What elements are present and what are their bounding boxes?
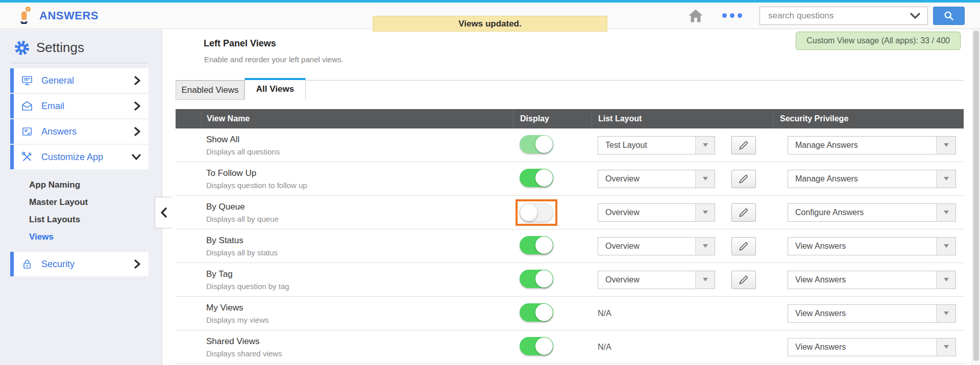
sidebar-title: Settings	[36, 40, 84, 56]
view-name: My Views	[206, 303, 513, 313]
home-button[interactable]	[687, 7, 705, 24]
search-input[interactable]	[760, 11, 903, 21]
table-row: Shared Views Displays shared views N/A V…	[176, 330, 964, 364]
security-privilege-value: Manage Answers	[788, 174, 858, 184]
edit-layout-button[interactable]	[731, 203, 756, 222]
page-subtitle: Enable and reorder your left panel views…	[204, 55, 344, 64]
vertical-scrollbar[interactable]	[972, 29, 980, 365]
list-layout-value: Overview	[598, 242, 640, 251]
edit-layout-button[interactable]	[731, 271, 756, 289]
security-privilege-value: View Answers	[788, 275, 846, 284]
dropdown-arrow-icon[interactable]	[936, 238, 955, 255]
sidebar-subitem-master-layout[interactable]: Master Layout	[29, 194, 162, 211]
sidebar-subitem-app-naming[interactable]: App Naming	[29, 176, 162, 194]
chevron-down-icon	[131, 153, 141, 161]
security-privilege-value: View Answers	[788, 343, 846, 352]
search-scope-dropdown[interactable]	[903, 7, 927, 24]
tools-icon	[21, 151, 33, 163]
list-layout-select[interactable]: Test Layout	[598, 136, 715, 154]
display-toggle[interactable]	[520, 303, 553, 322]
pencil-icon	[738, 274, 749, 285]
sidebar-item-security[interactable]: Security	[10, 252, 149, 276]
security-privilege-select[interactable]: Manage Answers	[788, 170, 956, 188]
table-row: Show All Displays all questions Test Lay…	[176, 128, 964, 162]
chevron-right-icon	[133, 101, 141, 111]
list-layout-select[interactable]: Overview	[598, 237, 715, 255]
home-icon	[687, 8, 704, 24]
dropdown-arrow-icon[interactable]	[695, 271, 715, 289]
ellipsis-icon	[722, 13, 727, 18]
settings-header: Settings	[14, 40, 162, 56]
dropdown-arrow-icon[interactable]	[695, 204, 715, 221]
tab-enabled-views[interactable]: Enabled Views	[176, 81, 244, 100]
chevron-right-icon	[133, 126, 141, 137]
list-layout-select[interactable]: Overview	[598, 271, 715, 289]
tab-all-views[interactable]: All Views	[244, 78, 306, 99]
dropdown-arrow-icon[interactable]	[936, 170, 955, 188]
dropdown-arrow-icon[interactable]	[695, 137, 715, 154]
view-description: Displays all by status	[206, 248, 513, 257]
security-privilege-select[interactable]: View Answers	[788, 237, 956, 255]
customize-app-submenu: App Naming Master Layout List Layouts Vi…	[0, 170, 162, 252]
security-privilege-select[interactable]: Manage Answers	[788, 136, 956, 154]
security-privilege-select[interactable]: View Answers	[788, 338, 956, 356]
more-options-button[interactable]	[721, 10, 743, 21]
sidebar-item-answers[interactable]: Answers	[10, 119, 149, 144]
dropdown-arrow-icon[interactable]	[936, 271, 955, 289]
list-layout-value: Overview	[598, 174, 640, 184]
svg-text:?: ?	[27, 7, 30, 12]
view-name: By Status	[206, 236, 513, 246]
list-layout-select[interactable]: Overview	[598, 170, 715, 188]
display-toggle[interactable]	[520, 135, 553, 153]
display-toggle[interactable]	[520, 236, 553, 254]
view-name: Show All	[206, 135, 513, 145]
view-description: Displays question by tag	[206, 282, 513, 291]
security-privilege-select[interactable]: View Answers	[788, 271, 956, 289]
scrollbar-thumb[interactable]	[973, 31, 979, 361]
sidebar-item-label: Customize App	[41, 152, 103, 163]
toggle-highlight-box	[520, 337, 553, 355]
sidebar-subitem-list-layouts[interactable]: List Layouts	[29, 211, 162, 228]
sidebar-item-label: Security	[41, 259, 75, 270]
dropdown-arrow-icon[interactable]	[936, 204, 955, 221]
brand[interactable]: ? ANSWERS	[17, 7, 99, 25]
toggle-knob	[535, 169, 553, 187]
sidebar-item-customize-app[interactable]: Customize App	[10, 145, 149, 169]
sidebar-subitem-views[interactable]: Views	[29, 228, 162, 246]
pencil-icon	[738, 173, 749, 185]
chevron-left-icon	[160, 207, 168, 218]
envelope-icon	[21, 100, 33, 112]
view-name: By Tag	[206, 269, 513, 279]
edit-layout-button[interactable]	[731, 136, 756, 154]
table-row: My Views Displays my views N/A View Answ…	[176, 297, 964, 330]
sidebar-divider	[10, 63, 149, 63]
toggle-knob	[535, 337, 553, 355]
custom-view-usage-badge: Custom View usage (All apps): 33 / 400	[796, 32, 961, 50]
dropdown-arrow-icon[interactable]	[695, 238, 715, 255]
dropdown-arrow-icon[interactable]	[936, 137, 955, 154]
dropdown-arrow-icon[interactable]	[936, 305, 955, 322]
answers-logo-icon: ?	[17, 7, 33, 25]
security-privilege-select[interactable]: View Answers	[788, 304, 956, 323]
dropdown-arrow-icon[interactable]	[695, 170, 715, 188]
toggle-knob	[520, 204, 537, 221]
view-name: By Queue	[206, 202, 513, 212]
notification-banner: Views updated.	[373, 16, 607, 32]
display-toggle[interactable]	[520, 270, 553, 288]
search-button[interactable]	[933, 7, 965, 25]
view-name: Shared Views	[206, 336, 513, 347]
display-toggle[interactable]	[520, 169, 553, 187]
gear-icon	[14, 40, 30, 56]
dropdown-arrow-icon[interactable]	[936, 338, 955, 356]
sidebar-collapse-button[interactable]	[155, 197, 172, 228]
security-privilege-value: View Answers	[788, 242, 846, 251]
edit-layout-button[interactable]	[731, 170, 756, 188]
sidebar-item-general[interactable]: General	[10, 68, 149, 93]
sidebar-item-email[interactable]: Email	[10, 94, 149, 118]
security-privilege-select[interactable]: Configure Answers	[788, 203, 956, 222]
edit-layout-button[interactable]	[731, 237, 756, 255]
display-toggle[interactable]	[520, 203, 553, 222]
display-toggle[interactable]	[520, 337, 553, 355]
list-layout-select[interactable]: Overview	[598, 203, 715, 222]
list-layout-value: Test Layout	[598, 141, 647, 150]
